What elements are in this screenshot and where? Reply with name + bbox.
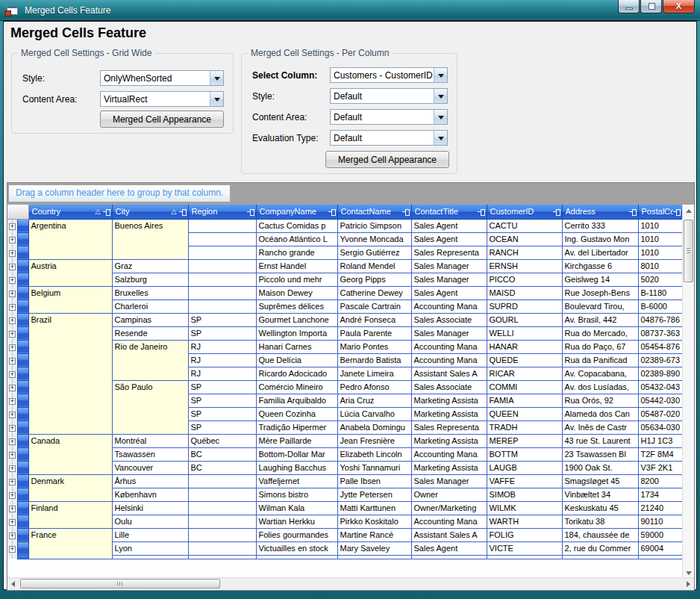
- row-selector[interactable]: [17, 367, 28, 380]
- row-selector[interactable]: [17, 340, 28, 353]
- maximize-button[interactable]: [640, 0, 662, 13]
- company-name-cell[interactable]: Mère Paillarde: [256, 434, 337, 447]
- column-header-city[interactable]: City△: [112, 205, 188, 219]
- row-expander-cell[interactable]: +: [7, 461, 17, 474]
- contact-title-cell[interactable]: Owner/Marketing: [411, 501, 487, 515]
- region-cell[interactable]: [188, 286, 256, 300]
- region-cell[interactable]: SP: [188, 394, 256, 407]
- contact-title-cell[interactable]: [411, 555, 487, 559]
- contact-title-cell[interactable]: Sales Agent: [411, 286, 487, 300]
- close-button[interactable]: [663, 0, 695, 13]
- region-cell[interactable]: BC: [188, 447, 256, 461]
- country-cell[interactable]: Brazil: [28, 313, 112, 434]
- region-cell[interactable]: [188, 541, 256, 555]
- customer-id-cell[interactable]: GOURL: [487, 313, 562, 326]
- address-cell[interactable]: Keskuskatu 45: [562, 501, 638, 515]
- contact-name-cell[interactable]: Bernardo Batista: [337, 353, 411, 367]
- region-cell[interactable]: SP: [188, 380, 256, 394]
- row-expander-cell[interactable]: +: [7, 219, 17, 232]
- region-cell[interactable]: [188, 273, 256, 286]
- grid-wide-combobox-0[interactable]: OnlyWhenSorted: [100, 70, 224, 86]
- row-expander-cell[interactable]: +: [7, 286, 17, 300]
- company-name-cell[interactable]: Comércio Mineiro: [256, 380, 337, 394]
- vertical-scrollbar[interactable]: [682, 205, 694, 579]
- contact-title-cell[interactable]: Marketing Assista: [411, 407, 487, 420]
- row-expander-cell[interactable]: +: [7, 273, 17, 286]
- customer-id-cell[interactable]: FOLIG: [487, 528, 562, 541]
- column-header-country[interactable]: Country△: [28, 205, 112, 219]
- address-cell[interactable]: Torikatu 38: [562, 515, 638, 528]
- company-name-cell[interactable]: Folies gourmandes: [256, 528, 337, 541]
- region-cell[interactable]: [188, 515, 256, 528]
- postal-code-cell[interactable]: 90110: [638, 515, 682, 528]
- postal-code-cell[interactable]: 69004: [638, 541, 682, 555]
- expand-plus-icon[interactable]: +: [9, 344, 16, 351]
- customer-id-cell[interactable]: HANAR: [487, 340, 562, 353]
- region-cell[interactable]: [188, 246, 256, 259]
- postal-code-cell[interactable]: 02389-673: [638, 353, 682, 367]
- city-cell[interactable]: Bruxelles: [112, 286, 188, 300]
- expand-plus-icon[interactable]: +: [9, 317, 16, 324]
- region-cell[interactable]: [188, 232, 256, 246]
- company-name-cell[interactable]: Victuailles en stock: [256, 541, 337, 555]
- customer-id-cell[interactable]: WELLI: [487, 326, 562, 340]
- scroll-right-arrow-icon[interactable]: [681, 578, 694, 590]
- per-column-combobox-0[interactable]: Customers - CustomerID: [330, 67, 448, 83]
- chevron-down-icon[interactable]: [434, 68, 447, 82]
- city-cell[interactable]: Oulu: [112, 515, 188, 528]
- row-expander-cell[interactable]: +: [7, 434, 17, 447]
- postal-code-cell[interactable]: H1J 1C3: [638, 434, 682, 447]
- row-expander-cell[interactable]: +: [7, 407, 17, 420]
- customer-id-cell[interactable]: COMMI: [487, 380, 562, 394]
- row-expander-cell[interactable]: +: [7, 367, 17, 380]
- postal-code-cell[interactable]: 8010: [638, 259, 682, 273]
- address-cell[interactable]: Av. Inês de Castr: [562, 420, 638, 434]
- region-cell[interactable]: [188, 528, 256, 541]
- contact-name-cell[interactable]: Paula Parente: [337, 326, 411, 340]
- company-name-cell[interactable]: Queen Cozinha: [256, 407, 337, 420]
- customer-id-cell[interactable]: SUPRD: [487, 300, 562, 313]
- company-name-cell[interactable]: Maison Dewey: [256, 286, 337, 300]
- scroll-up-arrow-icon[interactable]: [683, 205, 695, 217]
- customer-id-cell[interactable]: RANCH: [487, 246, 562, 259]
- city-cell[interactable]: Resende: [112, 326, 188, 340]
- contact-title-cell[interactable]: Sales Manager: [411, 326, 487, 340]
- expand-plus-icon[interactable]: +: [9, 398, 16, 405]
- city-cell[interactable]: [112, 555, 188, 559]
- company-name-cell[interactable]: Vaffeljernet: [256, 474, 337, 488]
- chevron-down-icon[interactable]: [434, 89, 447, 103]
- expand-plus-icon[interactable]: +: [9, 291, 16, 297]
- row-expander-cell[interactable]: +: [7, 246, 17, 259]
- expand-plus-icon[interactable]: +: [9, 546, 16, 553]
- company-name-cell[interactable]: Cactus Comidas p: [256, 219, 337, 232]
- contact-title-cell[interactable]: Accounting Mana: [411, 353, 487, 367]
- address-cell[interactable]: Rua do Mercado,: [562, 326, 638, 340]
- customer-id-cell[interactable]: VAFFE: [487, 474, 562, 488]
- address-cell[interactable]: Vinbæltet 34: [562, 488, 638, 501]
- contact-title-cell[interactable]: Sales Agent: [411, 232, 487, 246]
- contact-title-cell[interactable]: Sales Representa: [411, 420, 487, 434]
- expand-plus-icon[interactable]: +: [9, 264, 16, 270]
- row-expander-cell[interactable]: +: [7, 474, 17, 488]
- titlebar[interactable]: Merged Cells Feature: [0, 0, 700, 21]
- region-cell[interactable]: SP: [188, 420, 256, 434]
- chevron-down-icon[interactable]: [434, 131, 447, 145]
- customer-id-cell[interactable]: RICAR: [487, 367, 562, 380]
- customer-id-cell[interactable]: OCEAN: [487, 232, 562, 246]
- region-cell[interactable]: [188, 300, 256, 313]
- city-cell[interactable]: Tsawassen: [112, 447, 188, 461]
- contact-title-cell[interactable]: Sales Manager: [411, 273, 487, 286]
- column-header-contacttitle[interactable]: ContactTitle: [411, 205, 487, 219]
- row-expander-cell[interactable]: +: [7, 353, 17, 367]
- contact-name-cell[interactable]: Jytte Petersen: [337, 488, 411, 501]
- contact-name-cell[interactable]: Georg Pipps: [337, 273, 411, 286]
- company-name-cell[interactable]: Laughing Bacchus: [256, 461, 337, 474]
- contact-title-cell[interactable]: Sales Manager: [411, 474, 487, 488]
- row-expander-cell[interactable]: +: [7, 420, 17, 434]
- postal-code-cell[interactable]: 1010: [638, 246, 682, 259]
- country-cell[interactable]: Finland: [28, 501, 112, 528]
- region-cell[interactable]: RJ: [188, 353, 256, 367]
- pin-column-icon[interactable]: [179, 208, 187, 215]
- city-cell[interactable]: Vancouver: [112, 461, 188, 474]
- company-name-cell[interactable]: Wellington Importa: [256, 326, 337, 340]
